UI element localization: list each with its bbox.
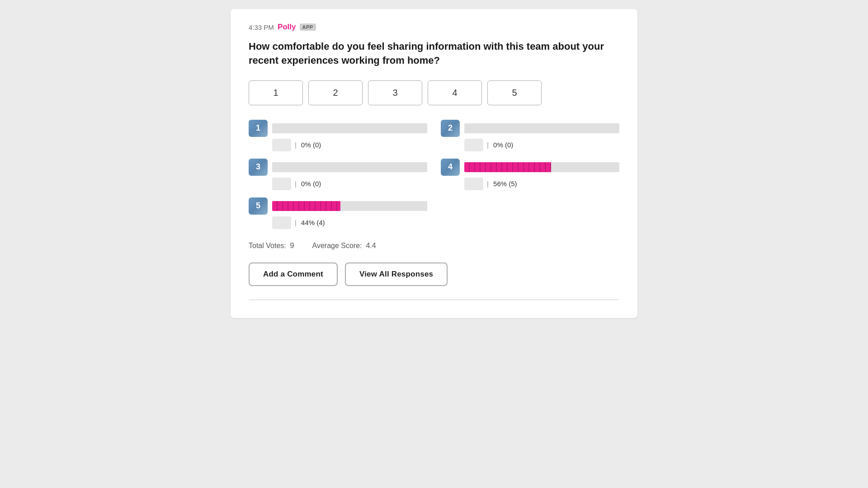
timestamp: 4:33 PM — [249, 23, 274, 31]
average-score: Average Score: 4.4 — [312, 242, 376, 250]
view-responses-button[interactable]: View All Responses — [345, 263, 448, 286]
score-value: 4.4 — [366, 242, 376, 249]
result-bar-row-5: 5 — [249, 197, 427, 215]
scale-btn-1[interactable]: 1 — [249, 80, 303, 105]
result-percent-box-1 — [272, 139, 291, 151]
score-label: Average Score: — [312, 242, 362, 249]
result-stat-row-3: | 0% (0) — [249, 178, 427, 190]
scale-btn-4[interactable]: 4 — [428, 80, 482, 105]
results-grid: 1 | 0% (0) 2 — [249, 120, 619, 229]
result-stat-3: | 0% (0) — [295, 180, 321, 188]
result-label-1: 1 — [249, 120, 268, 137]
scale-btn-3[interactable]: 3 — [368, 80, 422, 105]
bar-container-3 — [272, 162, 427, 172]
result-bar-row-2: 2 — [441, 120, 619, 137]
bar-fill-5 — [272, 201, 340, 211]
result-percent-box-4 — [464, 178, 483, 190]
bar-container-1 — [272, 123, 427, 133]
app-badge: APP — [300, 23, 316, 31]
votes-label: Total Votes: — [249, 242, 286, 249]
scale-buttons: 1 2 3 4 5 — [249, 80, 619, 105]
result-stat-row-4: | 56% (5) — [441, 178, 619, 190]
scale-btn-5[interactable]: 5 — [487, 80, 542, 105]
app-name: Polly — [278, 23, 296, 32]
result-item-1: 1 | 0% (0) — [249, 120, 427, 151]
result-item-5: 5 | 44% (4) — [249, 197, 427, 229]
header-row: 4:33 PM Polly APP — [249, 23, 619, 32]
result-percent-box-5 — [272, 216, 291, 229]
result-stat-row-5: | 44% (4) — [249, 216, 427, 229]
result-label-3: 3 — [249, 159, 268, 176]
bar-container-5 — [272, 201, 427, 211]
bar-container-4 — [464, 162, 619, 172]
result-percent-box-2 — [464, 139, 483, 151]
result-stat-1: | 0% (0) — [295, 141, 321, 149]
result-label-4: 4 — [441, 159, 460, 176]
totals-row: Total Votes: 9 Average Score: 4.4 — [249, 242, 619, 250]
result-bar-row-1: 1 — [249, 120, 427, 137]
result-label-2: 2 — [441, 120, 460, 137]
result-stat-5: | 44% (4) — [295, 219, 325, 226]
bar-container-2 — [464, 123, 619, 133]
poll-card: 4:33 PM Polly APP How comfortable do you… — [231, 9, 637, 318]
result-label-5: 5 — [249, 197, 268, 215]
result-bar-row-3: 3 — [249, 159, 427, 176]
page-wrapper: 4:33 PM Polly APP How comfortable do you… — [0, 0, 868, 488]
add-comment-button[interactable]: Add a Comment — [249, 263, 338, 286]
result-stat-2: | 0% (0) — [487, 141, 513, 149]
question-text: How comfortable do you feel sharing info… — [249, 40, 619, 68]
result-stat-row-1: | 0% (0) — [249, 139, 427, 151]
bar-fill-4 — [464, 162, 551, 172]
divider — [249, 300, 619, 300]
votes-value: 9 — [290, 242, 294, 249]
result-stat-4: | 56% (5) — [487, 180, 517, 188]
result-bar-row-4: 4 — [441, 159, 619, 176]
result-item-3: 3 | 0% (0) — [249, 159, 427, 190]
result-item-4: 4 | 56% (5) — [441, 159, 619, 190]
total-votes: Total Votes: 9 — [249, 242, 294, 250]
result-item-2: 2 | 0% (0) — [441, 120, 619, 151]
result-percent-box-3 — [272, 178, 291, 190]
result-stat-row-2: | 0% (0) — [441, 139, 619, 151]
scale-btn-2[interactable]: 2 — [308, 80, 363, 105]
actions-row: Add a Comment View All Responses — [249, 263, 619, 286]
